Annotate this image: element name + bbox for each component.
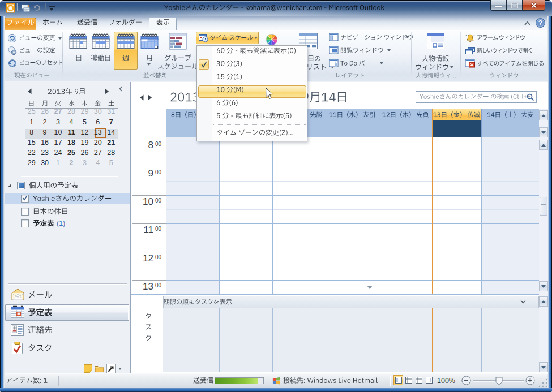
svg-text:?: ? <box>538 19 542 27</box>
